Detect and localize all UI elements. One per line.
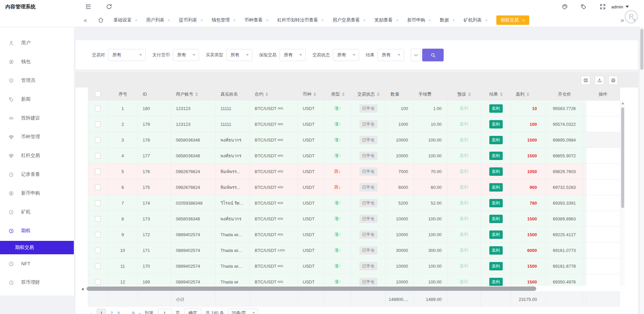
operation-cell[interactable] [586, 148, 620, 164]
sidebar-item-NFT[interactable]: NFT [0, 254, 74, 273]
sidebar-item-矿机[interactable]: 矿机 [0, 203, 74, 221]
sidebar-item-用户[interactable]: 用户 [0, 34, 74, 52]
palette-icon[interactable] [561, 3, 568, 10]
per-page-select[interactable]: 20条/页 [228, 309, 258, 314]
sort-icon[interactable] [342, 92, 345, 96]
row-checkbox[interactable] [95, 137, 101, 143]
close-icon[interactable]: × [321, 18, 324, 23]
search-button[interactable] [422, 49, 444, 61]
table-row[interactable]: 118012312311111BTC/USDT-30SUSDT涨↑已平仓1001… [88, 101, 620, 116]
table-horizontal-scrollbar[interactable] [76, 286, 638, 292]
tab-新币申购[interactable]: 新币申购× [407, 17, 431, 23]
operation-cell[interactable] [586, 258, 620, 274]
tab-币种查看[interactable]: 币种查看× [244, 17, 268, 23]
tab-期权交易[interactable]: 期权交易× [496, 15, 529, 25]
tab-矿机列表[interactable]: 矿机列表× [463, 17, 488, 23]
tab-基础设置[interactable]: 基础设置× [113, 17, 138, 23]
table-row[interactable]: 31780858036346พงศ์ธนากรBTC/USDT-60SUSDT涨… [88, 132, 620, 148]
close-icon[interactable]: × [522, 18, 525, 23]
table-row[interactable]: 81730858036346พงศ์ธนากรBTC/USDT-60SUSDT涨… [88, 211, 620, 227]
user-menu[interactable]: admin [611, 0, 629, 13]
collapse-sidebar-icon[interactable] [85, 3, 92, 10]
operation-cell[interactable] [586, 227, 620, 243]
filter-select-保险交易[interactable]: 所有 [280, 49, 306, 61]
table-row[interactable]: 61750982676624พิมพ์พรร...BTC/USDT-60SUSD… [88, 179, 620, 195]
table-row[interactable]: 41770858036346พงศ์ธนากรBTC/USDT-60SUSDT涨… [88, 148, 620, 164]
close-icon[interactable]: × [135, 18, 138, 23]
columns-button[interactable] [581, 76, 590, 85]
select-all-checkbox[interactable] [95, 91, 101, 97]
table-row[interactable]: 121690889402574Thada wiBTC/USDT-60SUSDT涨… [88, 274, 620, 286]
row-checkbox[interactable] [95, 185, 101, 190]
sort-icon[interactable] [265, 92, 268, 96]
row-checkbox[interactable] [95, 216, 101, 222]
row-checkbox[interactable] [95, 169, 101, 174]
tab-数据[interactable]: 数据× [440, 17, 455, 23]
tab-钱包管理[interactable]: 钱包管理× [212, 17, 236, 23]
sort-icon[interactable] [468, 92, 471, 96]
filter-select-交易对[interactable]: 所有 [108, 49, 146, 61]
table-row[interactable]: 111700889402574Thada wi...BTC/USDT-60SUS… [88, 258, 620, 274]
sidebar-item-杠杆交易[interactable]: 杠杆交易 [0, 146, 74, 165]
close-icon[interactable]: × [396, 18, 399, 23]
next-page-icon[interactable]: › [139, 310, 141, 314]
sidebar-item-新币申购[interactable]: 新币申购 [0, 184, 74, 203]
page-scrollbar[interactable] [639, 27, 644, 314]
scroll-up-icon[interactable] [622, 102, 624, 104]
row-checkbox[interactable] [95, 263, 101, 269]
close-icon[interactable]: × [363, 18, 366, 23]
confirm-button[interactable]: 确定 [185, 308, 201, 314]
tab-用户交易查看[interactable]: 用户交易查看× [333, 17, 366, 23]
page-number[interactable]: 2 [110, 311, 113, 314]
close-icon[interactable]: × [200, 18, 203, 23]
filter-select-交易状态[interactable]: 所有 [333, 49, 359, 61]
row-checkbox[interactable] [95, 200, 101, 206]
sort-icon[interactable] [313, 92, 316, 96]
operation-cell[interactable] [586, 179, 620, 195]
goto-page-input[interactable]: 1 [158, 309, 171, 314]
close-icon[interactable]: × [168, 18, 170, 23]
sidebar-item-钱包[interactable]: 钱包 [0, 52, 74, 71]
filter-select-支付货币[interactable]: 所有 [173, 49, 199, 61]
row-checkbox[interactable] [95, 279, 101, 285]
sidebar-item-投拆建议[interactable]: 投拆建议 [0, 109, 74, 127]
row-checkbox[interactable] [95, 248, 101, 253]
table-row[interactable]: 217912312311111BTC/USDT-30SUSDT涨↑已平仓1000… [88, 116, 620, 132]
print-button[interactable] [608, 76, 618, 85]
page-scroll-thumb[interactable] [640, 29, 643, 70]
expand-filters-button[interactable] [411, 49, 421, 61]
sidebar-item-新闻[interactable]: 新闻 [0, 90, 74, 109]
operation-cell[interactable] [586, 195, 620, 211]
sort-icon[interactable] [377, 92, 380, 96]
table-row[interactable]: 717402059388348วิโรจน์ รัต...BTC/USDT-60… [88, 195, 620, 211]
tab-杠杆币划转法币查看[interactable]: 杠杆币划转法币查看× [277, 17, 324, 23]
scroll-tabs-right-icon[interactable]: » [621, 13, 624, 27]
page-number[interactable]: 9 [132, 311, 134, 314]
horizontal-scroll-thumb[interactable] [87, 286, 536, 291]
table-row[interactable]: 101710889402574Thada wi...BTC/USDT-120SU… [88, 243, 620, 258]
tag-icon[interactable] [580, 3, 587, 10]
filter-select-买卖类型[interactable]: 所有 [226, 49, 252, 61]
operation-cell[interactable] [586, 101, 620, 116]
tab-用户列表[interactable]: 用户列表× [146, 17, 170, 23]
page-current[interactable]: 1 [97, 309, 106, 314]
scroll-tabs-left-icon[interactable]: « [84, 13, 87, 27]
sort-icon[interactable] [500, 92, 503, 96]
prev-page-icon[interactable]: ‹ [91, 310, 92, 314]
table-row[interactable]: 91720889402574Thada wi...BTC/USDT-60SUSD… [88, 227, 620, 243]
home-icon[interactable] [98, 17, 104, 23]
refresh-icon[interactable] [106, 3, 112, 10]
sidebar-item-双币理财[interactable]: 双币理财 [0, 273, 74, 292]
close-icon[interactable]: × [429, 18, 431, 23]
operation-cell[interactable] [586, 243, 620, 258]
sort-icon[interactable] [527, 92, 529, 96]
fullscreen-icon[interactable] [599, 3, 606, 10]
sort-icon[interactable] [195, 92, 198, 96]
row-checkbox[interactable] [95, 232, 101, 238]
close-icon[interactable]: × [452, 18, 455, 23]
tab-奖励查看[interactable]: 奖励查看× [375, 17, 399, 23]
row-checkbox[interactable] [95, 106, 101, 111]
scroll-left-icon[interactable] [82, 288, 84, 291]
sidebar-item-币种管理[interactable]: 币种管理 [0, 127, 74, 146]
close-icon[interactable]: × [485, 18, 488, 23]
